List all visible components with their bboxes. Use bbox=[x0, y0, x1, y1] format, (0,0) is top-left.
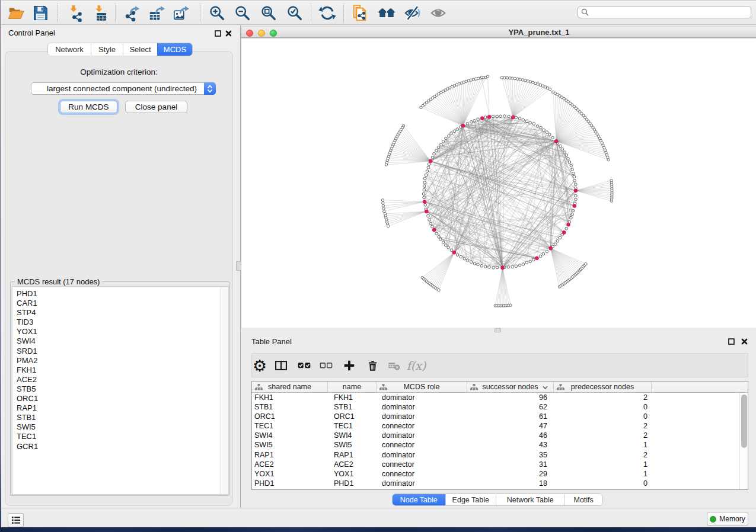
table-toolbar-table-delete-button bbox=[384, 356, 403, 375]
table-cell: 1 bbox=[554, 440, 652, 450]
mcds-result-item[interactable]: STB5 bbox=[12, 384, 228, 394]
column-header-MCDS-role[interactable]: MCDS role bbox=[377, 382, 467, 392]
mcds-list-scrollbar[interactable] bbox=[220, 287, 228, 495]
mcds-result-item[interactable]: FKH1 bbox=[12, 366, 228, 375]
column-header-shared-name[interactable]: shared name bbox=[252, 382, 328, 392]
mcds-result-item[interactable]: SRD1 bbox=[12, 347, 228, 356]
mcds-result-item[interactable]: PHD1 bbox=[12, 289, 228, 299]
tab-style[interactable]: Style bbox=[91, 43, 123, 56]
node-table-scrollbar-thumb[interactable] bbox=[741, 395, 747, 448]
toolbar-zoom-out-button[interactable] bbox=[232, 3, 253, 23]
table-row[interactable]: PHD1PHD1dominator180 bbox=[252, 479, 748, 488]
control-panel: Control Panel Optimization criterion: la… bbox=[1, 25, 237, 508]
toolbar-export-image-button[interactable] bbox=[171, 3, 192, 23]
table-row[interactable]: ACE2ACE2connector311 bbox=[252, 460, 748, 469]
mcds-result-item[interactable]: PMA2 bbox=[12, 356, 228, 366]
table-tab-network-table[interactable]: Network Table bbox=[496, 494, 564, 505]
mcds-result-item[interactable]: STP4 bbox=[12, 308, 228, 318]
toolbar-export-network-button[interactable] bbox=[122, 3, 142, 23]
table-toolbar-split-columns-button[interactable] bbox=[272, 356, 291, 375]
table-toolbar-checked-boxes-button[interactable] bbox=[295, 356, 314, 375]
mcds-result-item[interactable]: TID3 bbox=[12, 318, 228, 327]
column-header-successor-nodes[interactable]: successor nodes bbox=[467, 382, 554, 392]
add-icon bbox=[343, 359, 356, 372]
mcds-result-item[interactable]: YOX1 bbox=[12, 327, 228, 336]
search-input[interactable] bbox=[589, 8, 751, 17]
table-cell: PHD1 bbox=[252, 479, 328, 488]
toolbar-zoom-fit-button[interactable] bbox=[259, 3, 279, 23]
toolbar-refresh-button[interactable] bbox=[317, 3, 337, 23]
control-panel-float-button[interactable] bbox=[215, 30, 221, 37]
mcds-result-item[interactable]: CAR1 bbox=[12, 299, 228, 308]
memory-button[interactable]: Memory bbox=[707, 512, 748, 526]
table-cell: 46 bbox=[467, 431, 554, 440]
table-row[interactable]: YOX1YOX1connector291 bbox=[252, 469, 748, 479]
table-panel-float-button[interactable] bbox=[728, 338, 735, 345]
column-header-predecessor-nodes[interactable]: predecessor nodes bbox=[554, 382, 652, 392]
toolbar-open-folder-button[interactable] bbox=[6, 3, 26, 23]
table-toolbar-gear-button[interactable]: ⚙︎ bbox=[250, 356, 269, 375]
export-image-icon bbox=[173, 4, 190, 22]
zoom-selected-icon bbox=[286, 4, 304, 22]
mcds-result-item[interactable]: SWI5 bbox=[12, 422, 228, 432]
toolbar-show-details-button[interactable] bbox=[429, 3, 449, 23]
table-toolbar-unchecked-boxes-button[interactable] bbox=[317, 356, 336, 375]
table-row[interactable]: STB1STB1dominator620 bbox=[252, 402, 748, 412]
toolbar-import-network-button[interactable] bbox=[63, 3, 84, 23]
mcds-result-group: MCDS result (17 nodes) PHD1CAR1STP4TID3Y… bbox=[10, 281, 230, 496]
search-icon bbox=[581, 8, 589, 16]
node-table-header: shared namenameMCDS rolesuccessor nodesp… bbox=[252, 382, 748, 393]
memory-status-icon bbox=[710, 516, 716, 523]
column-header-name[interactable]: name bbox=[328, 382, 377, 392]
toolbar-export-table-button[interactable] bbox=[147, 3, 167, 23]
mcds-result-item[interactable]: ACE2 bbox=[12, 375, 228, 384]
mcds-result-item[interactable]: SWI4 bbox=[12, 336, 228, 346]
table-row[interactable]: RAP1RAP1dominator352 bbox=[252, 450, 748, 460]
criterion-select[interactable]: largest connected component (undirected) bbox=[31, 82, 216, 95]
network-canvas[interactable] bbox=[241, 39, 756, 328]
toolbar-import-table-button[interactable] bbox=[89, 3, 109, 23]
search-box[interactable] bbox=[578, 6, 751, 18]
status-list-button[interactable] bbox=[8, 513, 24, 527]
close-panel-button[interactable]: Close panel bbox=[125, 101, 187, 113]
tab-network[interactable]: Network bbox=[48, 43, 91, 56]
table-row[interactable]: FKH1FKH1dominator962 bbox=[252, 393, 748, 402]
mcds-result-list[interactable]: PHD1CAR1STP4TID3YOX1SWI4SRD1PMA2FKH1ACE2… bbox=[12, 286, 229, 495]
mcds-result-item[interactable]: RAP1 bbox=[12, 403, 228, 413]
table-toolbar-delete-button[interactable] bbox=[363, 356, 382, 375]
table-tab-edge-table[interactable]: Edge Table bbox=[445, 494, 496, 505]
table-cell: TEC1 bbox=[328, 421, 377, 431]
table-tab-motifs[interactable]: Motifs bbox=[564, 494, 602, 505]
toolbar-zoom-selected-button[interactable] bbox=[285, 3, 305, 23]
run-mcds-button[interactable]: Run MCDS bbox=[60, 101, 117, 113]
table-row[interactable]: ORC1ORC1dominator610 bbox=[252, 412, 748, 421]
table-row[interactable]: SWI5SWI5connector431 bbox=[252, 440, 748, 450]
table-tab-node-table[interactable]: Node Table bbox=[393, 494, 445, 505]
table-cell: STB1 bbox=[252, 402, 328, 412]
table-row[interactable]: TEC1TEC1connector472 bbox=[252, 421, 748, 431]
toolbar-neighbors-button[interactable] bbox=[377, 3, 397, 23]
node-table-scrollbar[interactable] bbox=[739, 393, 748, 489]
table-cell: 2 bbox=[554, 431, 652, 440]
table-row[interactable]: SWI4SWI4dominator462 bbox=[252, 431, 748, 440]
mcds-result-item[interactable]: ORC1 bbox=[12, 394, 228, 403]
sitemap-icon bbox=[255, 384, 263, 390]
control-panel-close-button[interactable] bbox=[225, 30, 232, 37]
network-window-titlebar[interactable]: YPA_prune.txt_1 bbox=[241, 26, 756, 38]
table-panel-title: Table Panel bbox=[251, 337, 292, 346]
toolbar-network-snapshot-button[interactable] bbox=[350, 3, 371, 23]
toolbar-zoom-in-button[interactable] bbox=[207, 3, 227, 23]
mcds-result-item[interactable]: TEC1 bbox=[12, 432, 228, 441]
select-stepper-icon bbox=[204, 82, 216, 95]
mcds-result-item[interactable]: STB1 bbox=[12, 413, 228, 422]
table-toolbar-add-button[interactable] bbox=[340, 356, 359, 375]
tab-mcds[interactable]: MCDS bbox=[157, 43, 192, 56]
toolbar-hide-details-button[interactable] bbox=[403, 3, 423, 23]
table-cell: 31 bbox=[467, 460, 554, 469]
mcds-result-item[interactable]: GCR1 bbox=[12, 442, 228, 451]
toolbar-save-button[interactable] bbox=[30, 3, 50, 23]
tab-select[interactable]: Select bbox=[123, 43, 157, 56]
table-panel-close-button[interactable] bbox=[741, 338, 748, 345]
horizontal-splitter-handle[interactable] bbox=[495, 328, 501, 332]
horizontal-splitter[interactable] bbox=[241, 328, 756, 333]
